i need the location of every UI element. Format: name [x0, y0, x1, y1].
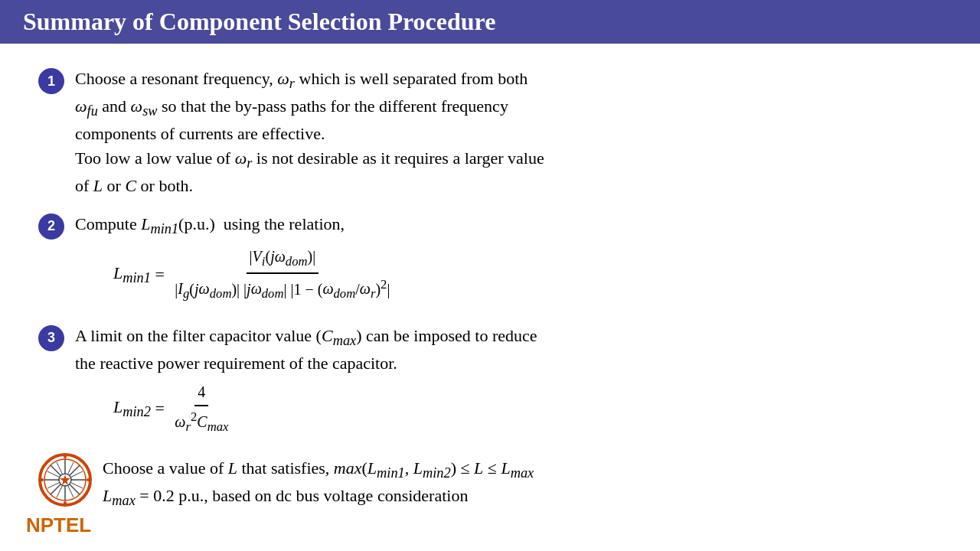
list-item-4: Choose a value of L that satisfies, max(…: [38, 456, 942, 511]
bullet-2: 2: [38, 214, 64, 240]
header-bar: Summary of Component Selection Procedure: [0, 0, 980, 44]
bullet-1: 1: [38, 68, 64, 94]
page-title: Summary of Component Selection Procedure: [23, 8, 495, 36]
nptel-branding: NPTEL: [23, 514, 91, 537]
item-4-content: Choose a value of L that satisfies, max(…: [103, 456, 942, 511]
bullet-3: 3: [38, 325, 64, 351]
fraction-lmin1: |Vi(jωdom)| |Ig(jωdom)| |jωdom| |1 − (ωd…: [172, 246, 393, 304]
nptel-label: NPTEL: [26, 514, 91, 537]
svg-point-12: [64, 455, 67, 458]
item-2-content: Compute Lmin1(p.u.) using the relation, …: [75, 212, 942, 310]
item-3-content: A limit on the filter capacitor value (C…: [75, 324, 942, 443]
fraction-lmin2: 4 ωr2Cmax: [172, 381, 231, 436]
svg-point-13: [64, 501, 67, 504]
equation-lmin1: Lmin1 = |Vi(jωdom)| |Ig(jωdom)| |jωdom| …: [113, 246, 942, 304]
list-item-3: 3 A limit on the filter capacitor value …: [38, 324, 942, 443]
svg-point-14: [41, 478, 44, 481]
logo-bullet: [38, 453, 92, 507]
main-content: 1 Choose a resonant frequency, ωr which …: [0, 44, 980, 540]
list-item-1: 1 Choose a resonant frequency, ωr which …: [38, 67, 942, 198]
svg-point-15: [87, 478, 90, 481]
nptel-wheel-icon: [38, 453, 92, 507]
item-1-content: Choose a resonant frequency, ωr which is…: [75, 67, 942, 198]
equation-lmin2: Lmin2 = 4 ωr2Cmax: [113, 381, 942, 436]
list-item-2: 2 Compute Lmin1(p.u.) using the relation…: [38, 212, 942, 310]
